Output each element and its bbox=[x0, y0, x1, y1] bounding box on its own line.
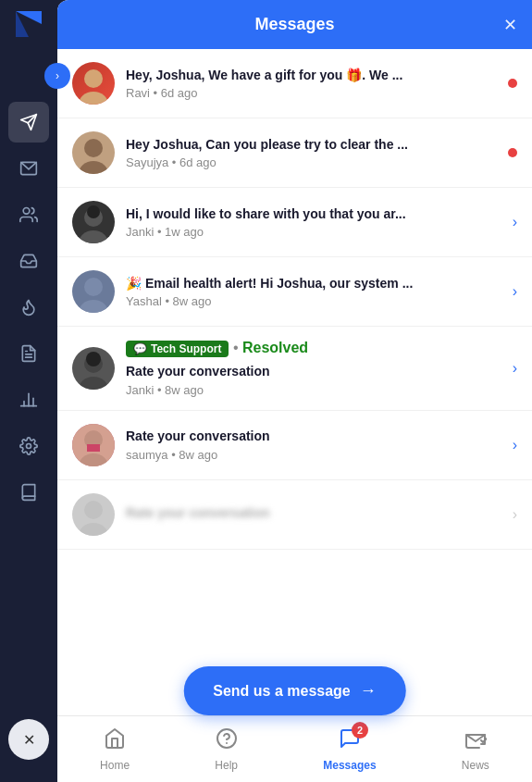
message-content: Hey Joshua, Can you please try to clear … bbox=[126, 136, 497, 170]
sidebar-item-paper-plane[interactable] bbox=[8, 102, 49, 143]
message-meta: Yashal • 8w ago bbox=[126, 294, 501, 308]
avatar bbox=[72, 347, 115, 390]
avatar bbox=[72, 493, 115, 536]
sidebar-item-settings[interactable] bbox=[8, 426, 49, 466]
message-item[interactable]: Hi, I would like to share with you that … bbox=[57, 188, 532, 257]
message-preview: 🎉 Email health alert! Hi Joshua, our sys… bbox=[126, 275, 501, 293]
unread-badge bbox=[508, 79, 517, 88]
svg-point-24 bbox=[86, 352, 101, 366]
message-meta: Janki • 1w ago bbox=[126, 225, 501, 239]
nav-item-home[interactable]: Home bbox=[85, 722, 144, 777]
message-meta: Ravi • 6d ago bbox=[126, 86, 497, 100]
svg-point-12 bbox=[27, 444, 31, 449]
nav-item-news[interactable]: News bbox=[447, 722, 504, 777]
message-item[interactable]: Hey, Joshua, We have a gift for you 🎁. W… bbox=[57, 49, 532, 118]
message-arrow-icon: › bbox=[513, 214, 517, 230]
message-item[interactable]: Rate your conversation › bbox=[57, 480, 532, 550]
tech-support-tag: 💬 Tech Support bbox=[126, 341, 229, 357]
message-content: Rate your conversation bbox=[126, 504, 501, 525]
sidebar-item-mail-check[interactable] bbox=[8, 241, 49, 281]
messages-panel: Messages ✕ Hey, Joshua, We have a gift f… bbox=[57, 0, 532, 782]
nav-item-messages[interactable]: 2 Messages bbox=[308, 722, 390, 777]
message-preview: Rate your conversation bbox=[126, 363, 501, 381]
sidebar-item-file[interactable] bbox=[8, 333, 49, 374]
bottom-navigation: Home Help 2 Messages bbox=[57, 715, 532, 782]
svg-point-14 bbox=[79, 92, 108, 105]
svg-point-20 bbox=[84, 278, 103, 296]
send-message-label: Send us a message bbox=[213, 683, 351, 700]
svg-point-13 bbox=[84, 69, 103, 88]
message-arrow-icon: › bbox=[513, 283, 517, 300]
svg-point-23 bbox=[79, 377, 108, 390]
message-item[interactable]: Hey Joshua, Can you please try to clear … bbox=[57, 118, 532, 188]
sidebar-item-book[interactable] bbox=[8, 472, 49, 513]
svg-point-30 bbox=[79, 523, 108, 536]
nav-item-help[interactable]: Help bbox=[200, 722, 253, 777]
sidebar-item-chart[interactable] bbox=[8, 379, 49, 420]
message-arrow-icon: › bbox=[513, 506, 517, 523]
help-icon bbox=[216, 727, 238, 755]
message-preview: Hi, I would like to share with you that … bbox=[126, 205, 501, 224]
avatar bbox=[72, 131, 115, 174]
send-message-button-container: Send us a message → bbox=[183, 666, 406, 715]
svg-point-15 bbox=[84, 139, 103, 157]
messages-label: Messages bbox=[323, 759, 376, 772]
news-icon bbox=[464, 727, 487, 755]
unread-badge bbox=[508, 148, 517, 157]
svg-point-21 bbox=[79, 300, 108, 313]
svg-point-5 bbox=[23, 208, 30, 215]
news-label: News bbox=[462, 759, 489, 772]
home-icon bbox=[104, 727, 126, 755]
resolved-tag: Resolved bbox=[242, 340, 308, 355]
message-preview: Rate your conversation bbox=[126, 428, 501, 446]
tag-icon: 💬 bbox=[133, 342, 147, 355]
avatar bbox=[72, 201, 115, 243]
message-preview: Hey Joshua, Can you please try to clear … bbox=[126, 136, 497, 155]
message-item[interactable]: 🎉 Email health alert! Hi Joshua, our sys… bbox=[57, 257, 532, 327]
message-content: Hey, Joshua, We have a gift for you 🎁. W… bbox=[126, 67, 497, 101]
messages-badge: 2 bbox=[352, 722, 368, 739]
svg-rect-28 bbox=[87, 444, 100, 452]
avatar bbox=[72, 62, 115, 105]
sidebar-item-envelope[interactable] bbox=[8, 148, 49, 189]
sidebar-item-users[interactable] bbox=[8, 194, 49, 235]
sidebar-expand-button[interactable]: › bbox=[44, 63, 70, 89]
sidebar-close-button[interactable]: ✕ bbox=[8, 719, 49, 760]
help-label: Help bbox=[215, 759, 238, 772]
svg-point-18 bbox=[79, 230, 108, 243]
svg-point-29 bbox=[84, 501, 103, 519]
message-arrow-icon: › bbox=[513, 360, 517, 377]
panel-title: Messages bbox=[254, 15, 334, 34]
message-content: 💬 Tech Support • Resolved Rate your conv… bbox=[126, 340, 501, 397]
message-arrow-icon: › bbox=[513, 437, 517, 453]
message-content: Hi, I would like to share with you that … bbox=[126, 205, 501, 240]
sidebar-item-fire[interactable] bbox=[8, 287, 49, 328]
message-preview: Hey, Joshua, We have a gift for you 🎁. W… bbox=[126, 67, 497, 85]
message-item[interactable]: Rate your conversation saumya • 8w ago › bbox=[57, 411, 532, 480]
message-preview: Rate your conversation bbox=[126, 504, 501, 523]
avatar bbox=[72, 424, 115, 466]
message-content: Rate your conversation saumya • 8w ago bbox=[126, 428, 501, 462]
send-arrow-icon: → bbox=[360, 681, 377, 701]
messages-icon: 2 bbox=[339, 727, 361, 755]
panel-header: Messages ✕ bbox=[57, 0, 532, 49]
svg-point-16 bbox=[79, 161, 108, 174]
messages-list: Hey, Joshua, We have a gift for you 🎁. W… bbox=[57, 49, 532, 715]
message-meta: Sayujya • 6d ago bbox=[126, 155, 497, 169]
panel-close-button[interactable]: ✕ bbox=[503, 15, 517, 35]
message-meta: Janki • 8w ago bbox=[126, 383, 501, 397]
send-message-button[interactable]: Send us a message → bbox=[183, 666, 406, 715]
sidebar: › bbox=[0, 0, 57, 782]
message-item[interactable]: 💬 Tech Support • Resolved Rate your conv… bbox=[57, 327, 532, 411]
message-meta: saumya • 8w ago bbox=[126, 448, 501, 462]
logo-icon bbox=[16, 11, 42, 43]
svg-point-19 bbox=[87, 205, 100, 218]
message-content: 🎉 Email health alert! Hi Joshua, our sys… bbox=[126, 275, 501, 309]
avatar bbox=[72, 270, 115, 313]
home-label: Home bbox=[100, 759, 130, 772]
